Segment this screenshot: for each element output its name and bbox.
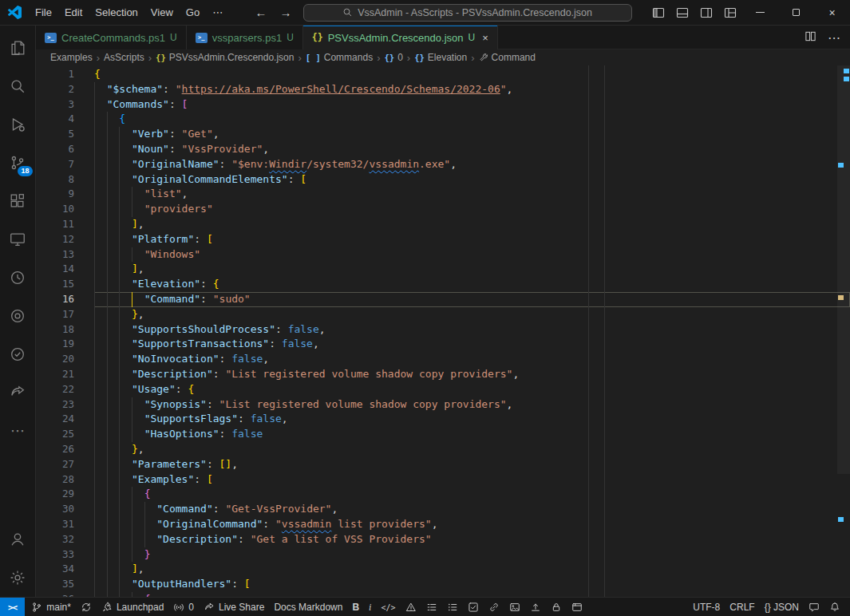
code-line-24[interactable]: 24 "SupportsFlags": false,: [36, 412, 850, 427]
code-line-15[interactable]: 15 "Elevation": {: [36, 277, 850, 292]
status-docs-markdown[interactable]: Docs Markdown: [269, 598, 347, 616]
code-line-6[interactable]: 6 "Noun": "VssProvider",: [36, 142, 850, 157]
status-broadcast[interactable]: 0: [168, 598, 199, 616]
code-line-23[interactable]: 23 "Synopsis": "List registered volume s…: [36, 397, 850, 413]
tab-createcommands.ps1[interactable]: >_CreateCommands.ps1U: [36, 26, 187, 49]
menu-view[interactable]: View: [144, 4, 180, 21]
menu-file[interactable]: File: [29, 4, 58, 21]
code-line-30[interactable]: 30 "Command": "Get-VssProvider",: [36, 502, 850, 517]
code-line-36[interactable]: 36 {: [36, 592, 850, 597]
line-number[interactable]: 28: [36, 472, 94, 488]
code-line-22[interactable]: 22 "Usage": {: [36, 382, 850, 397]
code-line-20[interactable]: 20 "NoInvocation": false,: [36, 352, 850, 367]
breadcrumb-elevation[interactable]: {}Elevation: [413, 52, 468, 63]
code-line-10[interactable]: 10 "providers": [36, 202, 850, 217]
status-preview[interactable]: [567, 598, 587, 616]
status-link[interactable]: [484, 598, 504, 616]
line-number[interactable]: 8: [36, 172, 94, 188]
code-line-2[interactable]: 2 "$schema": "https://aka.ms/PowerShell/…: [36, 82, 850, 97]
close-tab-icon[interactable]: ×: [482, 32, 488, 44]
code-line-28[interactable]: 28 "Examples": [: [36, 472, 850, 488]
line-number[interactable]: 24: [36, 412, 94, 427]
line-number[interactable]: 35: [36, 577, 94, 592]
minimize-button[interactable]: [742, 0, 778, 25]
status-sync[interactable]: [76, 598, 97, 616]
status-eol[interactable]: CRLF: [725, 598, 759, 616]
line-number[interactable]: 22: [36, 382, 94, 397]
line-number[interactable]: 31: [36, 517, 94, 532]
code-line-25[interactable]: 25 "HasOptions": false: [36, 427, 850, 442]
status-git-branch[interactable]: main*: [26, 598, 76, 616]
line-number[interactable]: 15: [36, 277, 94, 292]
code-line-14[interactable]: 14 ],: [36, 262, 850, 277]
code-line-17[interactable]: 17 },: [36, 307, 850, 322]
toggle-secondary-sidebar-icon[interactable]: [694, 0, 718, 25]
code-line-1[interactable]: 1{: [36, 67, 850, 82]
editor[interactable]: 1{2 "$schema": "https://aka.ms/PowerShel…: [36, 65, 850, 597]
more-actions-icon[interactable]: ⋯: [828, 30, 840, 45]
toggle-panel-icon[interactable]: [670, 0, 694, 25]
line-number[interactable]: 23: [36, 397, 94, 413]
status-language[interactable]: {} JSON: [760, 598, 804, 616]
line-number[interactable]: 12: [36, 232, 94, 247]
code-line-29[interactable]: 29 {: [36, 487, 850, 502]
code-line-9[interactable]: 9 "list",: [36, 187, 850, 202]
code-line-7[interactable]: 7 "OriginalName": "$env:Windir/system32/…: [36, 157, 850, 172]
test-explorer-icon[interactable]: [0, 335, 36, 373]
line-number[interactable]: 11: [36, 217, 94, 232]
line-number[interactable]: 21: [36, 367, 94, 382]
tab-psvssadmin.crescendo.json[interactable]: {}PSVssAdmin.Crescendo.jsonU×: [303, 26, 498, 49]
split-editor-icon[interactable]: [805, 30, 816, 45]
code-line-26[interactable]: 26 },: [36, 442, 850, 457]
run-debug-icon[interactable]: [0, 105, 36, 144]
line-number[interactable]: 17: [36, 307, 94, 322]
status-list-unordered[interactable]: [442, 598, 463, 616]
line-number[interactable]: 34: [36, 562, 94, 577]
line-number[interactable]: 3: [36, 97, 94, 113]
line-number[interactable]: 9: [36, 187, 94, 202]
code-line-11[interactable]: 11 ],: [36, 217, 850, 232]
code-line-32[interactable]: 32 "Description": "Get a list of VSS Pro…: [36, 532, 850, 547]
menu-go[interactable]: Go: [180, 4, 206, 21]
code-line-31[interactable]: 31 "OriginalCommand": "vssadmin list pro…: [36, 517, 850, 532]
status-tasklist[interactable]: [463, 598, 484, 616]
code-line-16[interactable]: 16 "Command": "sudo": [36, 292, 850, 307]
status-comment[interactable]: [804, 598, 824, 616]
line-number[interactable]: 29: [36, 487, 94, 502]
status-publish[interactable]: [525, 598, 546, 616]
status-bell[interactable]: [824, 598, 845, 616]
breadcrumb-command[interactable]: Command: [478, 52, 536, 63]
more-menu-icon[interactable]: ⋯: [206, 4, 229, 21]
breadcrumb-psvssadmin.crescendo.json[interactable]: {}PSVssAdmin.Crescendo.json: [155, 52, 295, 63]
maximize-button[interactable]: [778, 0, 814, 25]
code-line-18[interactable]: 18 "SupportsShouldProcess": false,: [36, 322, 850, 338]
breadcrumb-0[interactable]: {}0: [383, 52, 403, 63]
line-number[interactable]: 13: [36, 247, 94, 263]
overview-ruler[interactable]: [837, 65, 850, 597]
line-number[interactable]: 27: [36, 457, 94, 472]
status-rocket[interactable]: Launchpad: [97, 598, 168, 616]
code-line-27[interactable]: 27 "Parameters": [],: [36, 457, 850, 472]
code-line-4[interactable]: 4 {: [36, 112, 850, 127]
status-warning[interactable]: [401, 598, 421, 616]
line-number[interactable]: 1: [36, 67, 94, 82]
menu-selection[interactable]: Selection: [89, 4, 144, 21]
status-remote[interactable]: ><: [0, 598, 25, 616]
status-list-ordered[interactable]: [421, 598, 442, 616]
code-line-12[interactable]: 12 "Platform": [: [36, 232, 850, 247]
code-line-8[interactable]: 8 "OriginalCommandElements": [: [36, 172, 850, 188]
line-number[interactable]: 6: [36, 142, 94, 157]
line-number[interactable]: 5: [36, 127, 94, 142]
customize-layout-icon[interactable]: [718, 0, 742, 25]
status-live-share[interactable]: Live Share: [199, 598, 269, 616]
account-icon[interactable]: [0, 520, 36, 559]
source-control-icon[interactable]: 18: [0, 144, 36, 182]
code-line-13[interactable]: 13 "Windows": [36, 247, 850, 263]
status-bold[interactable]: B: [347, 598, 364, 616]
code-line-21[interactable]: 21 "Description": "List registered volum…: [36, 367, 850, 382]
line-number[interactable]: 26: [36, 442, 94, 457]
back-icon[interactable]: ←: [255, 6, 267, 19]
code-line-33[interactable]: 33 }: [36, 547, 850, 563]
breadcrumb-asscripts[interactable]: AsScripts: [103, 52, 145, 63]
line-number[interactable]: 16: [36, 292, 94, 307]
